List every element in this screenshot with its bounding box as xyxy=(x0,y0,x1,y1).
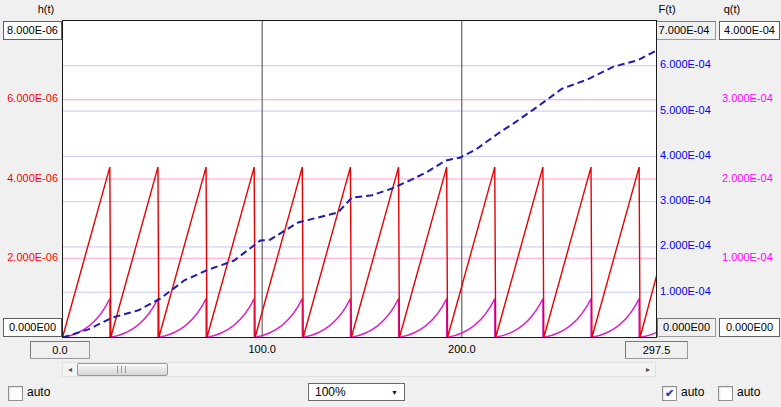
f-auto-label: auto xyxy=(681,385,704,400)
x-auto-checkbox[interactable]: ✔ xyxy=(8,386,23,401)
q-axis-tick-label: 1.000E-04 xyxy=(722,251,773,264)
f-axis-tick-label: 3.000E-04 xyxy=(660,194,711,207)
h-axis-tick-label: 6.000E-06 xyxy=(0,92,58,105)
f-axis-max-field[interactable]: 7.000E-04 xyxy=(652,21,716,40)
x-auto-label: auto xyxy=(27,385,50,400)
h-axis-tick-label: 2.000E-06 xyxy=(0,251,58,264)
h-axis-tick-label: 4.000E-06 xyxy=(0,172,58,185)
x-axis-tick-label: 200.0 xyxy=(432,343,492,355)
f-axis-tick-label: 1.000E-04 xyxy=(660,285,711,298)
scroll-right-button[interactable]: ▸ xyxy=(641,363,655,376)
q-axis-tick-label: 3.000E-04 xyxy=(722,92,773,105)
x-axis-tick-label: 100.0 xyxy=(232,343,292,355)
scroll-left-button[interactable]: ◂ xyxy=(63,363,77,376)
f-axis-tick-label: 6.000E-04 xyxy=(660,58,711,71)
q-auto-label: auto xyxy=(737,385,760,400)
zoom-value: 100% xyxy=(309,385,391,399)
scrollbar-thumb[interactable] xyxy=(77,363,168,376)
q-auto-checkbox[interactable]: ✔ xyxy=(718,386,733,401)
q-axis-title: q(t) xyxy=(718,3,746,16)
x-axis-max-field[interactable]: 297.5 xyxy=(625,341,688,359)
h-axis-max-field[interactable]: 8.000E-06 xyxy=(3,21,62,40)
chevron-down-icon: ▼ xyxy=(391,389,404,396)
f-axis-tick-label: 5.000E-04 xyxy=(660,104,711,117)
h-axis-title: h(t) xyxy=(30,3,62,16)
zoom-select[interactable]: 100% ▼ xyxy=(308,383,405,401)
x-scrollbar[interactable]: ◂ ▸ xyxy=(62,362,656,377)
x-axis-min-field[interactable]: 0.0 xyxy=(30,341,90,359)
plot-area[interactable] xyxy=(62,20,657,338)
q-axis-tick-label: 2.000E-04 xyxy=(722,172,773,185)
f-axis-tick-label: 4.000E-04 xyxy=(660,149,711,162)
h-axis-min-field[interactable]: 0.000E00 xyxy=(3,318,62,337)
plot-window: h(t) F(t) q(t) 8.000E-06 0.000E00 7.000E… xyxy=(0,0,781,407)
q-axis-max-field[interactable]: 4.000E-04 xyxy=(719,21,780,40)
f-axis-min-field[interactable]: 0.000E00 xyxy=(657,318,716,337)
f-auto-checkbox[interactable]: ✔ xyxy=(662,386,677,401)
checkmark-icon: ✔ xyxy=(665,388,674,399)
scrollbar-grip-icon xyxy=(117,366,128,373)
q-axis-min-field[interactable]: 0.000E00 xyxy=(719,318,780,337)
f-axis-tick-label: 2.000E-04 xyxy=(660,239,711,252)
f-axis-title: F(t) xyxy=(652,3,682,16)
